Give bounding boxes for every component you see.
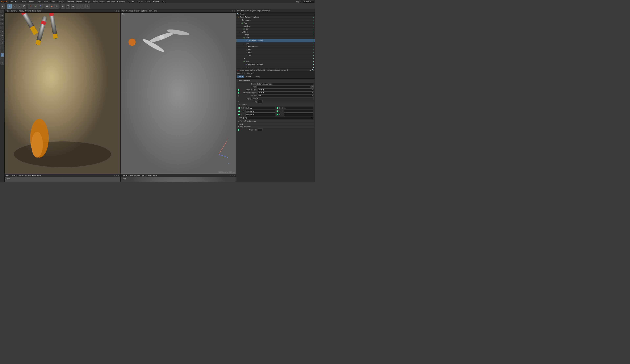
menu-mesh[interactable]: Mesh xyxy=(42,1,49,3)
menu-render[interactable]: Render xyxy=(75,1,84,3)
knife-icon[interactable]: ✂ xyxy=(0,57,4,61)
vp2-filter[interactable]: Filter xyxy=(148,10,152,12)
visibility-badge-hypernurbs[interactable]: ● xyxy=(312,46,314,48)
tree-item-tube_orange[interactable]: ○tube● xyxy=(236,42,315,45)
deform-btn[interactable]: ⊛ xyxy=(70,4,75,8)
tree-item-orange[interactable]: ○orange● xyxy=(236,33,315,36)
prop-name-value[interactable]: Subdivision Surfaces xyxy=(256,82,314,85)
menu-tools[interactable]: Tools xyxy=(36,1,42,3)
vp4-display[interactable]: Display xyxy=(134,175,140,176)
points-icon[interactable]: • xyxy=(0,25,4,29)
tree-item-tube_jad[interactable]: ○tube● xyxy=(236,66,315,68)
vp4-options[interactable]: Options xyxy=(141,175,147,176)
prop-display-color-value[interactable]: ▶ xyxy=(256,97,314,100)
tree-item-hypernurbs[interactable]: ⌀HyperNURBS● xyxy=(236,45,315,48)
menu-select[interactable]: Select xyxy=(28,1,36,3)
visibility-badge-oiltubes[interactable]: ● xyxy=(312,31,314,33)
move-btn[interactable]: ✛ xyxy=(7,4,12,8)
menu-plugins[interactable]: Plugins xyxy=(136,1,144,3)
select-btn[interactable]: ☐ xyxy=(22,4,26,8)
edges-icon[interactable]: ━ xyxy=(0,29,4,33)
rect-sel-icon[interactable]: ☐ xyxy=(0,41,4,45)
viewport-right[interactable]: View Cameras Display Options Filter Pane… xyxy=(4,174,120,182)
polys-icon[interactable]: ▩ xyxy=(0,33,4,37)
tab-basic[interactable]: Basic xyxy=(237,75,244,78)
tree-item-subdiv1[interactable]: ⊛Subdivision Surfaces● xyxy=(236,39,315,42)
vp4-panel[interactable]: Panel xyxy=(153,175,157,176)
vp4-cameras[interactable]: Cameras xyxy=(126,175,133,176)
render-btn[interactable]: ▶ xyxy=(50,4,54,8)
tree-item-bend2[interactable]: ⟡Bend● xyxy=(236,51,315,54)
visibility-badge-sky[interactable]: ● xyxy=(312,28,314,30)
undo-btn[interactable]: ↩ xyxy=(1,4,5,8)
tree-item-paint_orange[interactable]: ▦paint● xyxy=(236,36,315,39)
prop-visible-editor-value[interactable]: Default ▼ xyxy=(258,88,314,91)
tree-item-bend1[interactable]: ⟡Bend● xyxy=(236,48,315,51)
vp1-display[interactable]: Display xyxy=(18,10,24,12)
vp1-panel[interactable]: Panel xyxy=(37,10,42,12)
coord-order-dropdown[interactable]: HPB ▼ xyxy=(242,117,314,119)
viewport-perspective[interactable]: View Cameras Display Options Filter Pane… xyxy=(4,9,120,174)
prop-layer-value[interactable] xyxy=(256,85,310,88)
rotate-btn[interactable]: ↻ xyxy=(17,4,22,8)
visibility-badge-twist1[interactable]: ● xyxy=(312,55,314,57)
basic-props-section[interactable]: Basic Properties xyxy=(237,80,314,82)
visibility-badge-scene[interactable]: ● xyxy=(312,16,314,18)
tree-item-lightbox[interactable]: ○LightBox● xyxy=(236,25,315,27)
move-icon[interactable]: ✛ xyxy=(0,14,4,17)
vp2-cameras[interactable]: Cameras xyxy=(126,10,133,12)
visibility-badge-bend2[interactable]: ● xyxy=(312,52,314,54)
menu-character[interactable]: Character xyxy=(116,1,126,3)
tab-phong[interactable]: Phong xyxy=(253,75,261,78)
tree-item-env[interactable]: ○Environment● xyxy=(236,19,315,22)
vp1-view[interactable]: View xyxy=(6,10,9,12)
vp2-display[interactable]: Display xyxy=(134,10,140,12)
coord-sy[interactable]: 1 xyxy=(284,110,313,113)
extrude-icon[interactable]: ⬡ xyxy=(0,61,4,65)
obj-view[interactable]: View xyxy=(245,10,249,12)
prop-xray-checkbox[interactable]: ▬ xyxy=(258,100,262,103)
rotate-icon[interactable]: ↻ xyxy=(0,22,4,25)
brush-icon[interactable]: ✏ xyxy=(0,49,4,53)
magnet-icon[interactable]: S xyxy=(0,53,4,57)
render-region-btn[interactable]: ▦ xyxy=(44,4,49,8)
scale-icon[interactable]: ⊕ xyxy=(0,18,4,21)
vp1-cameras[interactable]: Cameras xyxy=(11,10,18,12)
prop-layer-btn[interactable]: ▼ xyxy=(311,85,314,88)
menu-edit[interactable]: Edit xyxy=(14,1,20,3)
menu-help[interactable]: Help xyxy=(160,1,167,3)
visibility-badge-floor[interactable]: ● xyxy=(312,22,314,24)
obj-btn[interactable]: ◻ xyxy=(61,4,65,8)
tree-item-twist1[interactable]: ⟡Twist● xyxy=(236,54,315,57)
menu-script[interactable]: Script xyxy=(144,1,152,3)
menu-mograph[interactable]: MoGraph xyxy=(106,1,116,3)
visibility-badge-tube_orange[interactable]: ● xyxy=(312,43,314,45)
vp2-panel[interactable]: Panel xyxy=(153,10,157,12)
mograph-btn[interactable]: ⊞ xyxy=(80,4,85,8)
visibility-badge-paint_jad[interactable]: ● xyxy=(312,60,314,62)
live-sel-icon[interactable]: ◎ xyxy=(0,37,4,41)
tree-item-subdiv2[interactable]: ⊛Subdivision Surfaces● xyxy=(236,63,315,66)
tree-item-floor[interactable]: ▣Floor● xyxy=(236,22,315,25)
menu-snap[interactable]: Snap xyxy=(49,1,56,3)
vp3-filter[interactable]: Filter xyxy=(32,175,36,176)
scale-btn[interactable]: ⊕ xyxy=(12,4,16,8)
obj-edit[interactable]: Edit xyxy=(241,10,244,12)
visibility-badge-subdiv1[interactable]: ● xyxy=(312,40,314,42)
prop-visible-renderer-value[interactable]: Default ▼ xyxy=(258,91,314,94)
vp3-display[interactable]: Display xyxy=(18,175,24,176)
move2-icon[interactable]: ⤢ xyxy=(0,45,4,49)
menu-file[interactable]: File xyxy=(8,1,14,3)
coord-sx[interactable]: 1 xyxy=(284,107,313,109)
y-axis-btn[interactable]: Y xyxy=(33,4,38,8)
spline-btn[interactable]: ∿ xyxy=(76,4,80,8)
menu-simulate[interactable]: Simulate xyxy=(65,1,75,3)
render-settings-btn[interactable]: ⚙ xyxy=(54,4,59,8)
tag-props-section[interactable]: Tag Properties xyxy=(237,126,314,128)
angle-limit-checkbox[interactable]: — xyxy=(258,128,262,131)
obj-objects[interactable]: Objects xyxy=(250,10,256,12)
coord-px[interactable]: 1.34 cm xyxy=(246,107,275,109)
coord-py[interactable]: <Multiple> xyxy=(246,110,275,113)
vp3-options[interactable]: Options xyxy=(25,175,31,176)
object-search[interactable] xyxy=(239,13,314,15)
